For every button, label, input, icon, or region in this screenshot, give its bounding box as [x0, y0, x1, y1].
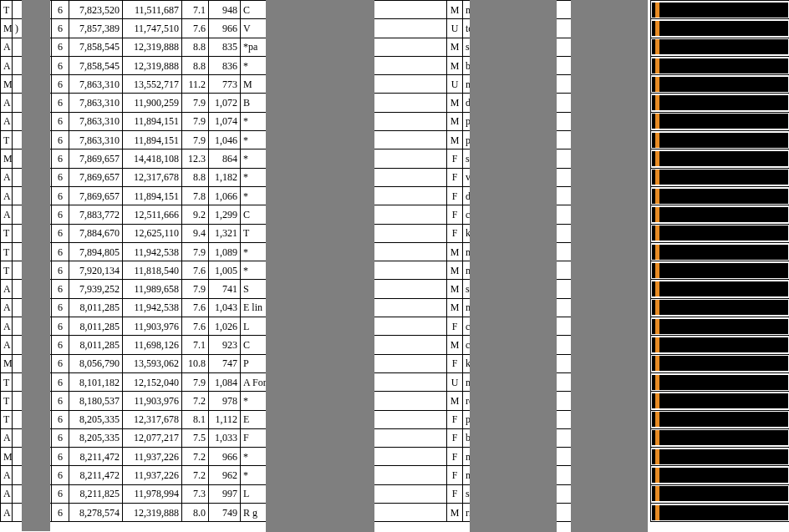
redaction-bar	[266, 0, 374, 532]
cell-pct: 7.9	[182, 372, 209, 391]
cell-pct: 7.2	[182, 448, 209, 466]
table-row[interactable]: A68,011,28511,942,5387.61,043E linMmi o.…	[1, 298, 790, 317]
cell-pct: 8.8	[182, 168, 209, 186]
cell-sex: M	[447, 280, 463, 298]
progress-bar-icon	[652, 170, 788, 185]
cell-sex: M	[447, 298, 463, 317]
cell-num2: 11,937,226	[123, 466, 182, 484]
table-row[interactable]: M68,211,47211,937,2267.2966*Fmo n	[1, 448, 790, 466]
cell-six: 6	[52, 280, 69, 298]
cell-count: 978	[209, 392, 241, 410]
cell-progress	[651, 428, 790, 447]
cell-sex: F	[447, 186, 463, 205]
cell-six: 6	[52, 205, 69, 224]
cell-six: 6	[52, 168, 69, 186]
table-row[interactable]: M68,056,79013,593,06210.8747PFki net	[1, 354, 790, 372]
cell-sex: F	[447, 448, 463, 466]
cell-num1: 7,863,310	[69, 94, 123, 112]
table-row[interactable]: T68,205,33512,317,6788.11,112EFpe gmail.…	[1, 410, 790, 428]
cell-num2: 11,511,687	[123, 1, 182, 19]
cell-six: 6	[52, 94, 69, 112]
cell-num1: 7,863,310	[69, 75, 123, 94]
cell-count: 997	[209, 484, 241, 503]
cell-num1: 7,869,657	[69, 186, 123, 205]
cell-count: 1,046	[209, 131, 241, 149]
cell-progress	[651, 372, 790, 391]
cell-pct: 8.1	[182, 410, 209, 428]
progress-bar-icon	[652, 412, 788, 427]
table-row[interactable]: A68,211,47211,937,2267.2962*Fme n	[1, 466, 790, 484]
table-row[interactable]: M67,863,31013,552,71711.2773MUmi	[1, 75, 790, 94]
table-row[interactable]: T67,884,67012,625,1109.41,321TFke	[1, 224, 790, 242]
cell-letter-a: A	[1, 466, 13, 484]
cell-sex: M	[447, 112, 463, 130]
cell-progress	[651, 224, 790, 242]
redaction-bar	[22, 0, 50, 531]
table-row[interactable]: A67,863,31011,894,1517.91,074*Mpz	[1, 112, 790, 130]
table-row[interactable]: A67,858,54512,319,8888.8836*Mbr net	[1, 56, 790, 74]
cell-progress	[651, 466, 790, 484]
cell-sex: U	[447, 19, 463, 38]
cell-count: 741	[209, 280, 241, 298]
table-row[interactable]: M)67,857,38911,747,5107.6966VUte	[1, 19, 790, 38]
cell-letter-a: A	[1, 298, 13, 317]
cell-count: 835	[209, 38, 241, 56]
table-row[interactable]: A67,863,31011,900,2597.91,072BMdt .com	[1, 94, 790, 112]
cell-sex: F	[447, 428, 463, 447]
cell-num1: 7,939,252	[69, 280, 123, 298]
cell-pct: 7.2	[182, 466, 209, 484]
table-row[interactable]: A68,205,33512,077,2177.51,033FFbu com	[1, 428, 790, 447]
progress-bar-icon	[652, 225, 788, 241]
cell-letter-a: A	[1, 484, 13, 503]
cell-progress	[651, 448, 790, 466]
table-row[interactable]: T67,894,80511,942,5387.91,089*Mme	[1, 242, 790, 261]
table-row[interactable]: T67,863,31011,894,1517.91,046*Mpz	[1, 131, 790, 149]
table-row[interactable]: A67,869,65711,894,1517.81,066*Fda net	[1, 186, 790, 205]
cell-letter-a: T	[1, 224, 13, 242]
cell-pct: 7.6	[182, 261, 209, 280]
table-row[interactable]: T67,823,52011,511,6877.1948CMma	[1, 1, 790, 19]
progress-bar-icon	[652, 505, 788, 520]
table-row[interactable]: T68,180,53711,903,9767.2978*Mro	[1, 392, 790, 410]
cell-count: 1,299	[209, 205, 241, 224]
cell-sex: F	[447, 354, 463, 372]
cell-letter-a: A	[1, 280, 13, 298]
cell-count: 1,066	[209, 186, 241, 205]
cell-num1: 8,205,335	[69, 410, 123, 428]
table-row[interactable]: A68,278,57412,319,8888.0749R gMrm n	[1, 504, 790, 522]
cell-pct: 12.3	[182, 149, 209, 168]
cell-letter-a: M	[1, 354, 13, 372]
cell-pct: 8.8	[182, 38, 209, 56]
redaction-bar	[571, 0, 648, 532]
cell-pct: 7.8	[182, 186, 209, 205]
table-row[interactable]: A68,011,28511,698,1267.1923CMch com	[1, 336, 790, 354]
cell-six: 6	[52, 298, 69, 317]
cell-progress	[651, 317, 790, 336]
cell-count: 864	[209, 149, 241, 168]
cell-six: 6	[52, 448, 69, 466]
table-row[interactable]: A67,858,54512,319,8888.8835*paMsh ok.com	[1, 38, 790, 56]
redaction-bar	[470, 0, 557, 532]
progress-bar-icon	[652, 263, 788, 278]
cell-num1: 7,863,310	[69, 112, 123, 130]
table-row[interactable]: T67,920,13411,818,5407.61,005*Mmo n	[1, 261, 790, 280]
table-row[interactable]: T68,101,18212,152,0407.91,084A FordUmf	[1, 372, 790, 391]
cell-num2: 12,319,888	[123, 504, 182, 522]
table-row[interactable]: A67,939,25211,989,6587.9741SMste	[1, 280, 790, 298]
table-row[interactable]: M67,869,65714,418,10812.3864*Fsg	[1, 149, 790, 168]
table-row[interactable]: A68,211,82511,978,9947.3997LFsp com	[1, 484, 790, 503]
table-row[interactable]: A67,869,65712,317,6788.81,182*Fve	[1, 168, 790, 186]
cell-six: 6	[52, 56, 69, 74]
cell-pct: 7.9	[182, 242, 209, 261]
cell-num1: 8,180,537	[69, 392, 123, 410]
cell-progress	[651, 504, 790, 522]
cell-progress	[651, 354, 790, 372]
table-row[interactable]: A67,883,77212,511,6669.21,299CFcn n	[1, 205, 790, 224]
cell-num2: 11,978,994	[123, 484, 182, 503]
cell-progress	[651, 336, 790, 354]
cell-num2: 12,317,678	[123, 410, 182, 428]
table-row[interactable]: A68,011,28511,903,9767.61,026LFch	[1, 317, 790, 336]
cell-num2: 11,989,658	[123, 280, 182, 298]
progress-bar-icon	[652, 151, 788, 166]
progress-bar-icon	[652, 133, 788, 148]
